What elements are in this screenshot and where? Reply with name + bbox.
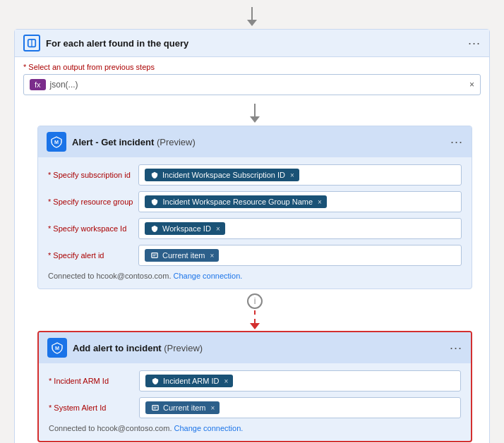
field-input-resource-group[interactable]: Incident Workspace Resource Group Name × xyxy=(138,191,462,212)
tag-close-alert[interactable]: × xyxy=(210,252,215,260)
fx-prefix: fx xyxy=(35,80,41,89)
field-input-subscription[interactable]: Incident Workspace Subscription ID × xyxy=(138,164,462,186)
add-alert-body: Incident ARM Id Incident ARM ID × xyxy=(39,363,471,441)
field-label-system-alert: System Alert Id xyxy=(49,403,133,412)
alert-get-incident-body: Specify subscription id Incident Workspa… xyxy=(38,157,472,289)
tag-text-arm-id: Incident ARM ID xyxy=(163,377,219,385)
add-alert-connection: Connected to hcook@contoso.com. Change c… xyxy=(49,424,461,432)
svg-rect-3 xyxy=(152,253,157,258)
tag-close-subscription[interactable]: × xyxy=(290,171,294,179)
field-tag-system-alert: Current item × xyxy=(145,401,220,414)
shield-icon-arm-id xyxy=(150,376,160,386)
foreach-body: Select an output from previous steps fx … xyxy=(15,57,489,443)
field-row-subscription: Specify subscription id Incident Workspa… xyxy=(48,164,462,186)
select-output-field[interactable]: fx json(...) × xyxy=(23,74,481,95)
field-tag-alert: Current item × xyxy=(145,249,219,262)
tag-text-resource-group: Incident Workspace Resource Group Name xyxy=(162,198,313,206)
tag-close-system-alert[interactable]: × xyxy=(211,404,215,412)
svg-text:M: M xyxy=(55,345,59,351)
alert-get-incident-change-connection-link[interactable]: Change connection. xyxy=(174,272,243,280)
alert-get-incident-icon: M xyxy=(47,132,66,152)
fx-tag: fx xyxy=(30,79,46,90)
alert-get-incident-card: M Alert - Get incident (Preview) ··· Spe… xyxy=(37,126,472,289)
field-row-resource-group: Specify resource group Incident Workspac… xyxy=(48,191,462,212)
field-label-arm-id: Incident ARM Id xyxy=(49,377,133,385)
field-input-arm-id[interactable]: Incident ARM ID × xyxy=(139,370,461,392)
connector-info-circle: i xyxy=(247,293,263,309)
alert-get-incident-menu-button[interactable]: ··· xyxy=(450,135,463,150)
foreach-card: For each alert found in the query ··· Se… xyxy=(14,29,490,443)
add-alert-menu-button[interactable]: ··· xyxy=(450,341,462,356)
fx-value: json(...) xyxy=(50,80,78,90)
item-icon-system-alert xyxy=(150,403,160,413)
field-row-alert: Specify alert id Current item × xyxy=(48,245,462,266)
select-output-label: Select an output from previous steps xyxy=(23,63,481,71)
foreach-title: For each alert found in the query xyxy=(46,38,462,49)
alert-get-incident-header: M Alert - Get incident (Preview) ··· xyxy=(38,126,472,157)
alert-get-incident-connection: Connected to hcook@contoso.com. Change c… xyxy=(48,272,462,280)
field-input-system-alert[interactable]: Current item × xyxy=(139,397,461,418)
foreach-icon xyxy=(23,35,40,51)
tag-text-workspace: Workspace ID xyxy=(162,224,211,233)
field-row-workspace: Specify workspace Id Workspace ID × xyxy=(48,218,462,239)
add-alert-title: Add alert to incident (Preview) xyxy=(73,343,444,353)
field-tag-resource-group: Incident Workspace Resource Group Name × xyxy=(145,195,326,208)
svg-rect-7 xyxy=(152,406,158,411)
field-tag-workspace: Workspace ID × xyxy=(145,222,225,235)
field-label-workspace: Specify workspace Id xyxy=(48,224,133,233)
shield-icon-resource-group xyxy=(150,197,160,207)
svg-text:M: M xyxy=(54,139,59,145)
add-alert-change-connection-link[interactable]: Change connection. xyxy=(174,424,244,432)
alert-get-incident-title: Alert - Get incident (Preview) xyxy=(72,137,445,147)
field-label-subscription: Specify subscription id xyxy=(48,171,133,179)
field-tag-arm-id: Incident ARM ID × xyxy=(145,375,233,387)
field-row-arm-id: Incident ARM Id Incident ARM ID × xyxy=(49,370,461,392)
inner-content: M Alert - Get incident (Preview) ··· Spe… xyxy=(23,95,481,443)
add-alert-header: M Add alert to incident (Preview) ··· xyxy=(39,332,471,363)
tag-close-resource-group[interactable]: × xyxy=(318,198,322,206)
tag-text-alert: Current item xyxy=(162,251,205,260)
foreach-header: For each alert found in the query ··· xyxy=(15,30,489,57)
tag-close-arm-id[interactable]: × xyxy=(224,377,228,385)
add-alert-card: M Add alert to incident (Preview) ··· In… xyxy=(37,331,472,442)
field-input-workspace[interactable]: Workspace ID × xyxy=(138,218,462,239)
field-label-resource-group: Specify resource group xyxy=(48,198,133,206)
field-input-alert[interactable]: Current item × xyxy=(138,245,462,266)
field-tag-subscription: Incident Workspace Subscription ID × xyxy=(145,169,299,181)
field-row-system-alert: System Alert Id Current item × xyxy=(49,397,461,418)
shield-icon-workspace xyxy=(150,224,160,233)
tag-close-workspace[interactable]: × xyxy=(216,225,220,233)
tag-text-subscription: Incident Workspace Subscription ID xyxy=(162,171,285,179)
shield-icon-subscription xyxy=(150,170,160,180)
foreach-menu-button[interactable]: ··· xyxy=(468,36,481,51)
fx-close-button[interactable]: × xyxy=(469,80,474,90)
item-icon-alert xyxy=(150,250,160,260)
add-alert-icon: M xyxy=(47,338,67,358)
tag-text-system-alert: Current item xyxy=(163,403,206,412)
field-label-alert: Specify alert id xyxy=(48,251,133,260)
